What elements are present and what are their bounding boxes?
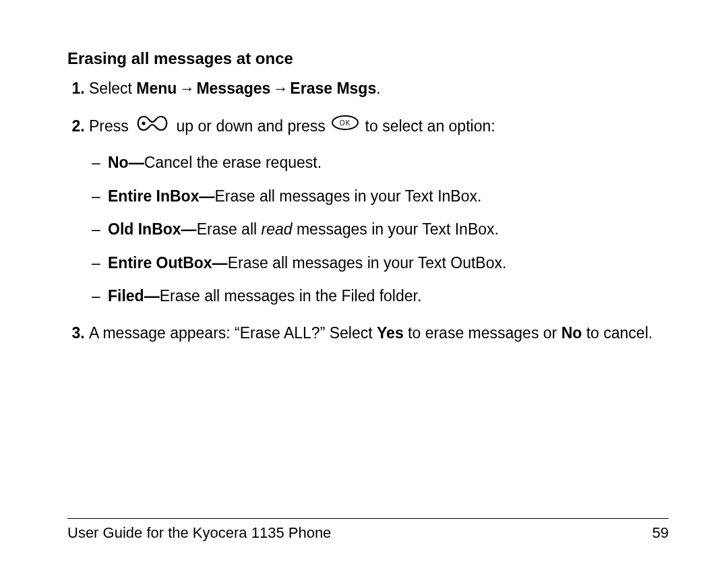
step3-a: A message appears: “Erase ALL?” Select — [89, 324, 377, 342]
svg-point-0 — [142, 122, 146, 125]
option-label: Entire OutBox— — [108, 254, 228, 272]
arrow-icon: → — [270, 77, 290, 100]
step2-press: Press — [89, 117, 133, 135]
document-page: Erasing all messages at once Select Menu… — [0, 0, 728, 562]
page-footer: User Guide for the Kyocera 1135 Phone 59 — [67, 518, 669, 542]
step1-period: . — [376, 80, 380, 97]
option-label: Entire InBox— — [108, 187, 214, 205]
option-no: No—Cancel the erase request. — [108, 152, 669, 174]
step-3: A message appears: “Erase ALL?” Select Y… — [89, 322, 669, 344]
section-heading: Erasing all messages at once — [67, 47, 669, 71]
option-desc: Erase all messages in your Text InBox. — [214, 187, 481, 205]
nav-key-icon — [134, 113, 171, 138]
step-1: Select Menu → Messages → Erase Msgs. — [89, 77, 669, 100]
step1-messages: Messages — [196, 80, 270, 97]
arrow-icon: → — [177, 77, 196, 100]
page-content: Erasing all messages at once Select Menu… — [67, 47, 669, 518]
step3-yes: Yes — [377, 324, 404, 342]
option-old-inbox: Old InBox—Erase all read messages in you… — [108, 218, 669, 241]
step2-tail: to select an option: — [365, 117, 495, 135]
step3-c: to cancel. — [582, 324, 653, 342]
step2-mid: up or down and press — [177, 117, 330, 135]
option-filed: Filed—Erase all messages in the Filed fo… — [108, 285, 669, 307]
option-desc: Erase all messages in your Text OutBox. — [228, 254, 507, 272]
options-list: No—Cancel the erase request. Entire InBo… — [89, 152, 669, 307]
step1-prefix: Select — [89, 80, 136, 97]
step3-no: No — [562, 324, 582, 342]
option-label: Old InBox— — [108, 220, 197, 238]
option-desc: Cancel the erase request. — [144, 154, 322, 171]
option-desc-italic: read — [262, 220, 293, 238]
option-desc: Erase all messages in the Filed folder. — [160, 287, 422, 305]
steps-list: Select Menu → Messages → Erase Msgs. Pre… — [67, 77, 669, 345]
option-entire-outbox: Entire OutBox—Erase all messages in your… — [108, 252, 669, 274]
option-desc-a: Erase all — [197, 220, 262, 238]
option-entire-inbox: Entire InBox—Erase all messages in your … — [108, 185, 669, 208]
step3-b: to erase messages or — [404, 324, 562, 342]
option-label: Filed— — [108, 287, 160, 305]
step1-erase: Erase Msgs — [290, 80, 376, 97]
ok-key-icon: OK — [331, 115, 359, 137]
option-label: No— — [108, 154, 144, 171]
footer-title: User Guide for the Kyocera 1135 Phone — [67, 524, 331, 542]
step1-menu: Menu — [136, 80, 177, 97]
page-number: 59 — [653, 524, 669, 542]
step-2: Press up or down and press OK — [89, 115, 669, 307]
option-desc-b: messages in your Text InBox. — [293, 220, 499, 238]
svg-text:OK: OK — [340, 119, 351, 127]
